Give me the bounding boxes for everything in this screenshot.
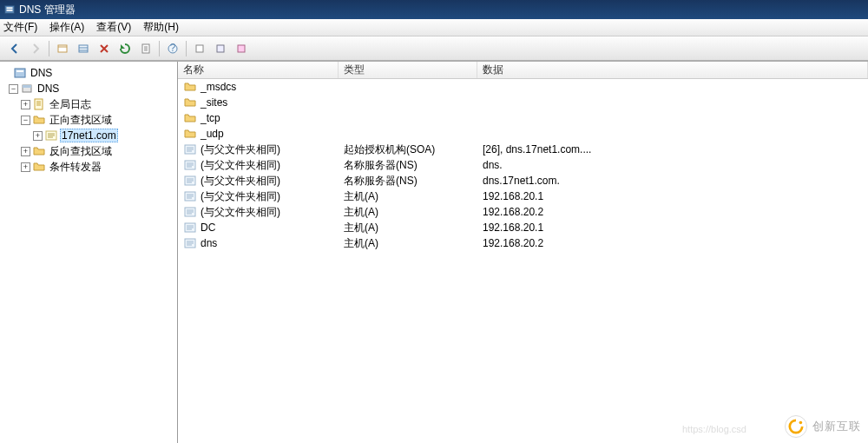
- list-row[interactable]: _udp: [178, 126, 868, 142]
- folder-icon: [32, 144, 46, 158]
- record-icon: [183, 174, 197, 188]
- record-icon: [183, 189, 197, 203]
- row-name: (与父文件夹相同): [201, 142, 280, 157]
- row-name: (与父文件夹相同): [201, 158, 280, 173]
- nav-back-button[interactable]: [5, 39, 24, 58]
- row-type: 起始授权机构(SOA): [339, 142, 477, 157]
- list-row[interactable]: dns主机(A)192.168.20.2: [178, 235, 868, 251]
- row-name: dns: [201, 237, 217, 249]
- folder-icon: [183, 111, 197, 125]
- folder-icon: [32, 113, 46, 127]
- row-type: 主机(A): [339, 236, 477, 251]
- tree-global-log[interactable]: + 全局日志: [2, 96, 175, 112]
- row-data: 192.168.20.1: [477, 190, 868, 202]
- expander-icon[interactable]: −: [21, 116, 30, 125]
- content-area: DNS − DNS + 全局日志 − 正向查找区域 + 17net1.com: [0, 61, 868, 443]
- record-icon: [183, 142, 197, 156]
- row-name: _sites: [201, 96, 227, 109]
- row-data: 192.168.20.2: [477, 237, 868, 249]
- list-row[interactable]: (与父文件夹相同)主机(A)192.168.20.2: [178, 204, 868, 220]
- tree-server[interactable]: − DNS: [2, 81, 175, 96]
- menu-file[interactable]: 文件(F): [3, 20, 37, 35]
- title-bar: DNS 管理器: [0, 0, 868, 19]
- row-data: [26], dns.17net1.com....: [477, 143, 868, 155]
- folder-icon: [32, 160, 46, 174]
- menu-help[interactable]: 帮助(H): [143, 20, 179, 35]
- svg-rect-1: [7, 7, 13, 9]
- menu-action[interactable]: 操作(A): [49, 20, 84, 35]
- action-1-button[interactable]: [190, 39, 209, 58]
- list-body[interactable]: _msdcs_sites_tcp_udp(与父文件夹相同)起始授权机构(SOA)…: [178, 79, 868, 443]
- record-icon: [183, 158, 197, 172]
- list-row[interactable]: _msdcs: [178, 79, 868, 95]
- row-name: DC: [201, 222, 215, 234]
- svg-rect-12: [16, 70, 23, 72]
- row-name: _msdcs: [201, 81, 236, 93]
- row-name: (与父文件夹相同): [201, 189, 280, 204]
- svg-rect-3: [58, 45, 67, 52]
- record-icon: [183, 221, 197, 235]
- toolbar: ?: [0, 36, 868, 61]
- window-title: DNS 管理器: [19, 3, 76, 17]
- row-name: (与父文件夹相同): [201, 205, 280, 220]
- expander-icon[interactable]: −: [9, 84, 18, 94]
- tree-forward-zone[interactable]: − 正向查找区域: [2, 112, 175, 128]
- record-icon: [183, 236, 197, 250]
- list-header: 名称 类型 数据: [178, 62, 868, 79]
- svg-text:?: ?: [170, 43, 176, 54]
- properties-button[interactable]: [136, 39, 155, 58]
- folder-icon: [183, 96, 197, 109]
- list-row[interactable]: (与父文件夹相同)名称服务器(NS)dns.17net1.com.: [178, 173, 868, 188]
- delete-button[interactable]: [95, 39, 114, 58]
- list-row[interactable]: (与父文件夹相同)名称服务器(NS)dns.: [178, 157, 868, 173]
- folder-icon: [183, 127, 197, 141]
- menu-view[interactable]: 查看(V): [96, 20, 131, 35]
- svg-rect-10: [238, 45, 245, 52]
- row-name: _udp: [201, 128, 224, 140]
- list-row[interactable]: _tcp: [178, 110, 868, 126]
- svg-rect-14: [23, 85, 31, 88]
- zone-icon: [44, 129, 58, 142]
- row-data: 192.168.20.1: [477, 222, 868, 234]
- action-2-button[interactable]: [211, 39, 230, 58]
- up-button[interactable]: [53, 39, 72, 58]
- row-data: dns.17net1.com.: [477, 175, 868, 187]
- row-data: 192.168.20.2: [477, 206, 868, 218]
- list-row[interactable]: DC主机(A)192.168.20.1: [178, 220, 868, 235]
- svg-rect-4: [79, 45, 88, 52]
- help-button[interactable]: ?: [163, 39, 182, 58]
- svg-rect-9: [217, 45, 224, 52]
- tree-panel[interactable]: DNS − DNS + 全局日志 − 正向查找区域 + 17net1.com: [0, 62, 178, 443]
- row-type: 主机(A): [339, 221, 477, 235]
- svg-rect-8: [196, 45, 203, 52]
- tree-zone-17net1[interactable]: + 17net1.com: [2, 128, 175, 143]
- tree-root[interactable]: DNS: [2, 65, 175, 81]
- tree-reverse-zone[interactable]: + 反向查找区域: [2, 143, 175, 159]
- folder-icon: [183, 80, 197, 94]
- expander-icon[interactable]: +: [33, 131, 43, 141]
- expander-icon[interactable]: +: [21, 162, 30, 172]
- row-name: _tcp: [201, 112, 220, 124]
- svg-rect-15: [35, 99, 43, 109]
- refresh-button[interactable]: [115, 39, 135, 58]
- list-panel: 名称 类型 数据 _msdcs_sites_tcp_udp(与父文件夹相同)起始…: [178, 62, 868, 443]
- row-type: 主机(A): [339, 189, 477, 204]
- nav-forward-button[interactable]: [26, 39, 45, 58]
- dns-app-icon: [3, 3, 16, 16]
- expander-icon[interactable]: +: [21, 147, 30, 156]
- expander-icon[interactable]: +: [21, 100, 30, 109]
- action-3-button[interactable]: [232, 39, 251, 58]
- svg-rect-2: [7, 10, 13, 11]
- column-data[interactable]: 数据: [477, 62, 868, 78]
- row-data: dns.: [477, 159, 868, 171]
- tree-conditional-fwd[interactable]: + 条件转发器: [2, 159, 175, 175]
- list-row[interactable]: (与父文件夹相同)主机(A)192.168.20.1: [178, 188, 868, 204]
- details-button[interactable]: [74, 39, 93, 58]
- row-name: (与父文件夹相同): [201, 174, 280, 188]
- column-name[interactable]: 名称: [178, 62, 339, 78]
- column-type[interactable]: 类型: [339, 62, 477, 78]
- row-type: 名称服务器(NS): [339, 158, 477, 173]
- svg-rect-11: [15, 69, 25, 77]
- list-row[interactable]: _sites: [178, 95, 868, 110]
- list-row[interactable]: (与父文件夹相同)起始授权机构(SOA)[26], dns.17net1.com…: [178, 142, 868, 157]
